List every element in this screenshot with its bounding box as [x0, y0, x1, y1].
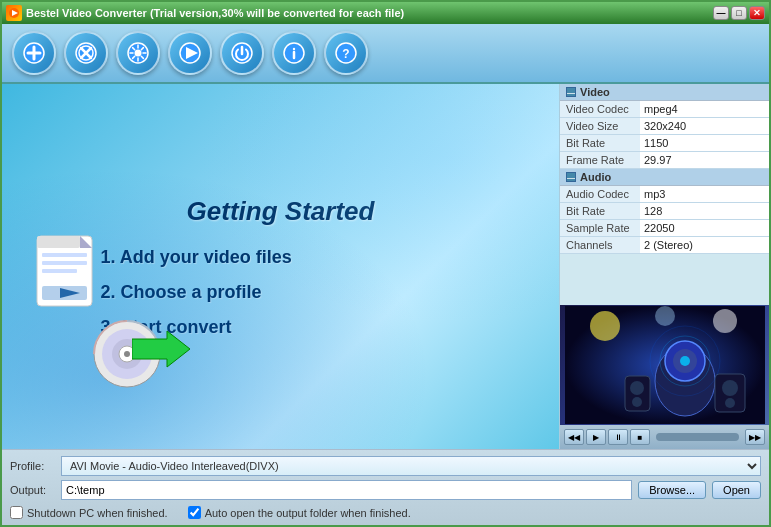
auto-open-checkbox[interactable]: [188, 506, 201, 519]
window-controls: — □ ✕: [713, 6, 765, 20]
svg-rect-23: [42, 261, 87, 265]
toolbar: ?: [2, 24, 769, 84]
audio-codec-label: Audio Codec: [560, 186, 640, 202]
video-codec-value: mpeg4: [640, 101, 769, 117]
svg-point-43: [632, 397, 642, 407]
browse-button[interactable]: Browse...: [638, 481, 706, 499]
svg-point-31: [124, 351, 130, 357]
maximize-button[interactable]: □: [731, 6, 747, 20]
options-row: Shutdown PC when finished. Auto open the…: [10, 506, 761, 519]
stop-button[interactable]: [64, 31, 108, 75]
main-area: Getting Started 1. Add your video files …: [2, 84, 769, 449]
audio-bitrate-label: Bit Rate: [560, 203, 640, 219]
video-codec-label: Video Codec: [560, 101, 640, 117]
stop-media-button[interactable]: ■: [630, 429, 650, 445]
svg-rect-24: [42, 269, 77, 273]
video-section-label: Video: [580, 86, 610, 98]
video-size-row: Video Size 320x240: [560, 118, 769, 135]
content-panel: Getting Started 1. Add your video files …: [2, 84, 559, 449]
rewind-button[interactable]: ◀◀: [564, 429, 584, 445]
svg-point-15: [293, 48, 295, 50]
profile-label: Profile:: [10, 460, 55, 472]
video-bitrate-row: Bit Rate 1150: [560, 135, 769, 152]
channels-label: Channels: [560, 237, 640, 253]
fast-forward-button[interactable]: ▶▶: [745, 429, 765, 445]
settings-button[interactable]: [116, 31, 160, 75]
add-files-button[interactable]: [12, 31, 56, 75]
audio-codec-value: mp3: [640, 186, 769, 202]
bottom-area: Profile: AVI Movie - Audio-Video Interle…: [2, 449, 769, 525]
output-label: Output:: [10, 484, 55, 496]
video-section-header: — Video: [560, 84, 769, 101]
channels-value: 2 (Stereo): [640, 237, 769, 253]
svg-point-34: [590, 311, 620, 341]
sample-rate-row: Sample Rate 22050: [560, 220, 769, 237]
video-bitrate-value: 1150: [640, 135, 769, 151]
profile-select[interactable]: AVI Movie - Audio-Video Interleaved(DIVX…: [61, 456, 761, 476]
svg-rect-22: [42, 253, 87, 257]
svg-point-40: [680, 356, 690, 366]
auto-open-checkbox-label[interactable]: Auto open the output folder when finishe…: [188, 506, 411, 519]
frame-rate-label: Frame Rate: [560, 152, 640, 168]
shutdown-checkbox[interactable]: [10, 506, 23, 519]
audio-bitrate-row: Bit Rate 128: [560, 203, 769, 220]
audio-toggle[interactable]: —: [566, 172, 576, 182]
output-row: Output: Browse... Open: [10, 480, 761, 500]
svg-point-45: [722, 380, 738, 396]
svg-point-35: [713, 309, 737, 333]
title-bar: Bestel Video Converter (Trial version,30…: [2, 2, 769, 24]
power-button[interactable]: [220, 31, 264, 75]
video-toggle[interactable]: —: [566, 87, 576, 97]
arrow-icon: [132, 329, 192, 369]
video-file-icon: [32, 231, 112, 321]
frame-rate-value: 29.97: [640, 152, 769, 168]
audio-codec-row: Audio Codec mp3: [560, 186, 769, 203]
audio-section-header: — Audio: [560, 169, 769, 186]
svg-point-46: [725, 398, 735, 408]
profile-row: Profile: AVI Movie - Audio-Video Interle…: [10, 456, 761, 476]
main-window: Bestel Video Converter (Trial version,30…: [0, 0, 771, 527]
media-controls-bar: ◀◀ ▶ ⏸ ■ ▶▶: [560, 425, 769, 449]
close-button[interactable]: ✕: [749, 6, 765, 20]
audio-bitrate-value: 128: [640, 203, 769, 219]
svg-text:?: ?: [342, 47, 349, 61]
video-codec-row: Video Codec mpeg4: [560, 101, 769, 118]
open-button[interactable]: Open: [712, 481, 761, 499]
convert-button[interactable]: [168, 31, 212, 75]
svg-point-42: [630, 381, 644, 395]
shutdown-checkbox-label[interactable]: Shutdown PC when finished.: [10, 506, 168, 519]
info-button[interactable]: [272, 31, 316, 75]
video-size-label: Video Size: [560, 118, 640, 134]
pause-button[interactable]: ⏸: [608, 429, 628, 445]
video-size-value: 320x240: [640, 118, 769, 134]
output-input[interactable]: [61, 480, 632, 500]
preview-area: [560, 305, 769, 425]
app-icon: [6, 5, 22, 21]
right-panel: — Video Video Codec mpeg4 Video Size 320…: [559, 84, 769, 449]
video-bitrate-label: Bit Rate: [560, 135, 640, 151]
play-media-button[interactable]: ▶: [586, 429, 606, 445]
preview-image: [560, 305, 769, 425]
auto-open-label: Auto open the output folder when finishe…: [205, 507, 411, 519]
sample-rate-label: Sample Rate: [560, 220, 640, 236]
channels-row: Channels 2 (Stereo): [560, 237, 769, 254]
shutdown-label: Shutdown PC when finished.: [27, 507, 168, 519]
window-title: Bestel Video Converter (Trial version,30…: [26, 7, 404, 19]
frame-rate-row: Frame Rate 29.97: [560, 152, 769, 169]
svg-marker-32: [132, 331, 190, 367]
svg-point-10: [135, 50, 142, 57]
info-table: — Video Video Codec mpeg4 Video Size 320…: [560, 84, 769, 305]
help-button[interactable]: ?: [324, 31, 368, 75]
sample-rate-value: 22050: [640, 220, 769, 236]
audio-section-label: Audio: [580, 171, 611, 183]
svg-point-36: [655, 306, 675, 326]
media-progress-bar[interactable]: [656, 433, 739, 441]
svg-rect-21: [37, 236, 80, 248]
minimize-button[interactable]: —: [713, 6, 729, 20]
